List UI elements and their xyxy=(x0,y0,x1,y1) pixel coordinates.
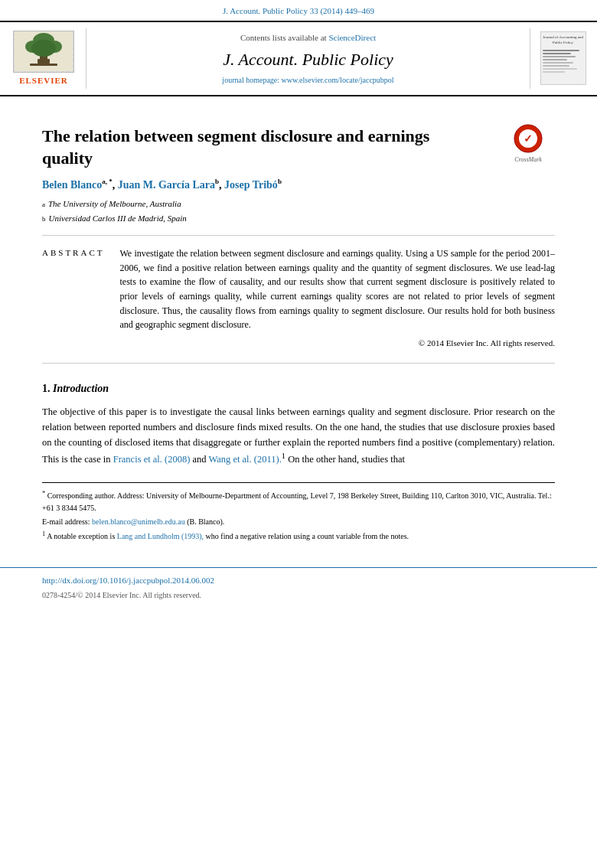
svg-text:✓: ✓ xyxy=(524,133,533,145)
journal-center: Contents lists available at ScienceDirec… xyxy=(86,28,530,90)
elsevier-logo-image xyxy=(13,31,74,73)
journal-header: ELSEVIER Contents lists available at Sci… xyxy=(0,21,597,97)
article-title: The relation between segment disclosure … xyxy=(42,126,440,169)
divider-after-abstract xyxy=(42,363,555,364)
intro-and: and xyxy=(193,454,209,465)
elsevier-logo: ELSEVIER xyxy=(9,31,78,87)
abstract-content: We investigate the relation between segm… xyxy=(119,246,555,349)
section-title-text: Introduction xyxy=(53,383,109,394)
crossmark-icon: ✓ xyxy=(513,123,543,154)
footnote-ref-1: 1 xyxy=(282,452,285,460)
author-tribo[interactable]: Josep Tribó xyxy=(224,179,278,191)
section-introduction-title: 1. Introduction xyxy=(42,380,555,396)
lang-lundholm-link[interactable]: Lang and Lundholm (1993), xyxy=(117,532,204,540)
doi-link[interactable]: http://dx.doi.org/10.1016/j.jaccpubpol.2… xyxy=(42,576,214,585)
svg-rect-7 xyxy=(30,64,57,66)
footnote-area: * Corresponding author. Address: Univers… xyxy=(42,482,555,542)
doi-line: http://dx.doi.org/10.1016/j.jaccpubpol.2… xyxy=(42,573,555,588)
crossmark-label: CrossMark xyxy=(514,155,542,165)
intro-text-end: On the other hand, studies that xyxy=(288,454,405,465)
journal-homepage-url: www.elsevier.com/locate/jaccpubpol xyxy=(282,76,394,84)
title-row: The relation between segment disclosure … xyxy=(42,112,555,177)
citation-text: J. Account. Public Policy 33 (2014) 449–… xyxy=(223,6,374,15)
journal-thumbnail: Journal of Accounting and Public Policy xyxy=(538,31,588,85)
affiliation-a: a The University of Melbourne, Australia xyxy=(42,197,555,210)
intro-paragraph: The objective of this paper is to invest… xyxy=(42,404,555,467)
author-garcia-sup: b xyxy=(215,178,219,186)
bottom-bar: http://dx.doi.org/10.1016/j.jaccpubpol.2… xyxy=(0,567,597,605)
abstract-text: We investigate the relation between segm… xyxy=(119,246,555,332)
affiliation-b: b Universidad Carlos III de Madrid, Spai… xyxy=(42,212,555,225)
affiliations: a The University of Melbourne, Australia… xyxy=(42,197,555,224)
journal-cover-image: Journal of Accounting and Public Policy xyxy=(540,31,586,85)
svg-rect-6 xyxy=(38,59,50,64)
journal-homepage: journal homepage: www.elsevier.com/locat… xyxy=(94,74,522,86)
copyright-bottom: 0278-4254/© 2014 Elsevier Inc. All right… xyxy=(42,589,555,601)
elsevier-wordmark: ELSEVIER xyxy=(19,74,68,87)
abstract-label-column: ABSTRACT xyxy=(42,246,104,349)
wang-link[interactable]: Wang et al. (2011). xyxy=(208,454,281,465)
francis-link[interactable]: Francis et al. (2008) xyxy=(113,454,191,465)
crossmark-badge[interactable]: ✓ CrossMark xyxy=(501,123,555,165)
footnote-1: 1 A notable exception is Lang and Lundho… xyxy=(42,530,555,542)
author-garcia[interactable]: Juan M. García Lara xyxy=(118,179,215,191)
author-tribo-sup: b xyxy=(278,178,282,186)
section-number: 1. xyxy=(42,383,53,394)
svg-point-5 xyxy=(31,40,56,57)
citation-bar: J. Account. Public Policy 33 (2014) 449–… xyxy=(0,0,597,21)
author-belen-sup: a, * xyxy=(102,178,113,186)
abstract-label: ABSTRACT xyxy=(42,246,104,259)
sciencedirect-line: Contents lists available at ScienceDirec… xyxy=(94,31,522,44)
divider-after-affiliations xyxy=(42,235,555,236)
abstract-copyright: © 2014 Elsevier Inc. All rights reserved… xyxy=(119,337,555,350)
footnote-email: E-mail address: belen.blanco@unimelb.edu… xyxy=(42,516,555,527)
author-belen[interactable]: Belen Blanco xyxy=(42,179,102,191)
journal-title-header: J. Account. Public Policy xyxy=(94,47,522,72)
abstract-section: ABSTRACT We investigate the relation bet… xyxy=(42,246,555,349)
sciencedirect-link[interactable]: ScienceDirect xyxy=(328,33,376,42)
page-wrapper: J. Account. Public Policy 33 (2014) 449–… xyxy=(0,0,597,605)
main-content: The relation between segment disclosure … xyxy=(0,96,597,560)
footnote-corresponding: * Corresponding author. Address: Univers… xyxy=(42,489,555,513)
email-link[interactable]: belen.blanco@unimelb.edu.au xyxy=(92,517,185,526)
authors-line: Belen Blancoa, *, Juan M. García Larab, … xyxy=(42,177,555,193)
